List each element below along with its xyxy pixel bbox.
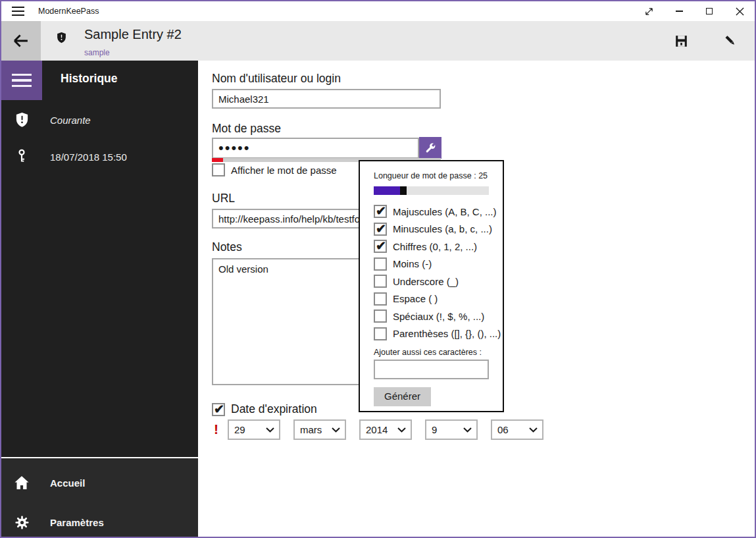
nav-menu-button[interactable]	[1, 61, 42, 100]
password-length-label: Longueur de mot de passe : 25	[374, 171, 489, 180]
back-button[interactable]	[1, 21, 41, 61]
url-label: URL	[212, 192, 235, 205]
option-label: Espace ( )	[393, 293, 438, 304]
expiration-minute-select[interactable]: 06	[491, 419, 543, 440]
expiration-hour-select[interactable]: 9	[425, 419, 478, 440]
expiration-month-select[interactable]: mars	[293, 419, 346, 440]
app-window: ModernKeePass	[0, 0, 756, 538]
checkbox-icon[interactable]	[374, 257, 387, 271]
password-label: Mot de passe	[212, 122, 281, 136]
option-underscore[interactable]: Underscore (_)	[374, 273, 489, 290]
chevron-down-icon	[529, 427, 538, 433]
option-minus[interactable]: Moins (-)	[374, 256, 489, 273]
option-brackets[interactable]: Parenthèses ([], {}, (), ...)	[374, 325, 489, 343]
checkbox-icon[interactable]	[374, 327, 387, 340]
option-label: Underscore (_)	[393, 276, 459, 287]
option-special[interactable]: Spéciaux (!, $, %, ...)	[374, 308, 489, 325]
option-lowercase[interactable]: Minuscules (a, b, c, ...)	[374, 221, 489, 238]
sidebar-title: Historique	[61, 72, 118, 86]
save-button[interactable]	[665, 21, 697, 61]
expiration-year-select[interactable]: 2014	[359, 419, 412, 440]
password-input[interactable]	[212, 138, 419, 159]
expiration-day-select[interactable]: 29	[228, 419, 280, 440]
titlebar-hamburger-icon[interactable]	[12, 7, 24, 16]
expiration-checkbox[interactable]: Date d'expiration	[212, 402, 317, 416]
chevron-down-icon	[463, 427, 472, 433]
sidebar-item-home[interactable]: Accueil	[1, 470, 198, 496]
username-input[interactable]	[212, 89, 441, 109]
back-arrow-icon	[12, 32, 30, 50]
day-value: 29	[234, 424, 266, 435]
entry-shield-icon	[56, 32, 67, 47]
shield-exclamation-icon	[1, 112, 42, 128]
maximize-button[interactable]	[694, 1, 724, 21]
sidebar: Historique Courante 18/07/2018	[1, 61, 198, 537]
history-item-snapshot[interactable]: 18/07/2018 15:50	[1, 144, 198, 170]
fullscreen-icon	[643, 6, 655, 17]
slider-thumb[interactable]	[400, 186, 407, 195]
checkbox-icon[interactable]	[212, 403, 225, 416]
maximize-icon	[706, 8, 713, 14]
expiration-warning-icon: !	[214, 421, 218, 437]
titlebar: ModernKeePass	[1, 1, 755, 21]
option-label: Spéciaux (!, $, %, ...)	[393, 311, 484, 322]
sidebar-item-settings[interactable]: Paramètres	[1, 509, 198, 535]
minimize-icon	[676, 11, 683, 11]
history-item-label: Courante	[50, 115, 91, 126]
option-label: Majuscules (A, B, C, ...)	[393, 206, 497, 217]
gear-icon	[1, 515, 42, 530]
month-value: mars	[300, 424, 332, 435]
window-controls	[634, 1, 755, 21]
show-password-checkbox[interactable]: Afficher le mot de passe	[212, 163, 337, 176]
minute-value: 06	[497, 424, 529, 435]
checkbox-icon[interactable]	[374, 240, 387, 253]
chevron-down-icon	[266, 427, 274, 433]
checkbox-icon[interactable]	[374, 292, 387, 306]
checkbox-icon[interactable]	[374, 309, 387, 323]
fullscreen-button[interactable]	[634, 1, 664, 21]
extra-chars-input[interactable]	[374, 360, 489, 379]
entry-group-link[interactable]: sample	[84, 48, 110, 57]
home-icon	[1, 475, 42, 490]
minimize-button[interactable]	[664, 1, 694, 21]
password-generator-popup: Longueur de mot de passe : 25 Majuscules…	[359, 160, 504, 412]
entry-title: Sample Entry #2	[84, 27, 182, 42]
sidebar-item-label: Paramètres	[50, 517, 104, 528]
password-length-slider[interactable]	[374, 186, 489, 195]
username-label: Nom d'utilisateur ou login	[212, 72, 341, 86]
generate-button[interactable]: Générer	[374, 387, 431, 406]
pencil-icon	[723, 34, 738, 48]
checkbox-icon[interactable]	[374, 205, 387, 218]
checkbox-icon[interactable]	[374, 223, 387, 236]
expiration-label: Date d'expiration	[231, 402, 317, 416]
option-uppercase[interactable]: Majuscules (A, B, C, ...)	[374, 203, 489, 221]
year-value: 2014	[366, 424, 397, 435]
option-label: Chiffres (0, 1, 2, ...)	[393, 241, 477, 252]
entry-header: Sample Entry #2 sample	[1, 21, 755, 61]
character-options: Majuscules (A, B, C, ...) Minuscules (a,…	[374, 203, 489, 342]
chevron-down-icon	[397, 427, 406, 433]
extra-chars-label: Ajouter aussi ces caractères :	[374, 348, 489, 357]
checkbox-icon[interactable]	[212, 163, 225, 176]
checkbox-icon[interactable]	[374, 275, 387, 288]
close-button[interactable]	[724, 1, 755, 21]
hour-value: 9	[432, 424, 463, 435]
save-icon	[674, 34, 688, 48]
sidebar-footer: Accueil	[1, 457, 198, 537]
edit-button[interactable]	[715, 21, 746, 61]
history-item-label: 18/07/2018 15:50	[50, 151, 127, 163]
option-digits[interactable]: Chiffres (0, 1, 2, ...)	[374, 238, 489, 256]
chevron-down-icon	[332, 427, 340, 433]
slider-fill	[374, 186, 400, 195]
password-strength-fill	[212, 158, 223, 162]
notes-label: Notes	[212, 240, 242, 254]
option-space[interactable]: Espace ( )	[374, 290, 489, 308]
option-label: Minuscules (a, b, c, ...)	[393, 223, 492, 234]
close-icon	[736, 7, 744, 16]
generate-password-button[interactable]	[419, 137, 441, 159]
option-label: Parenthèses ([], {}, (), ...)	[393, 328, 501, 339]
sidebar-item-label: Accueil	[50, 477, 85, 489]
key-icon	[1, 148, 42, 165]
show-password-label: Afficher le mot de passe	[231, 165, 337, 176]
history-item-current[interactable]: Courante	[1, 107, 198, 133]
